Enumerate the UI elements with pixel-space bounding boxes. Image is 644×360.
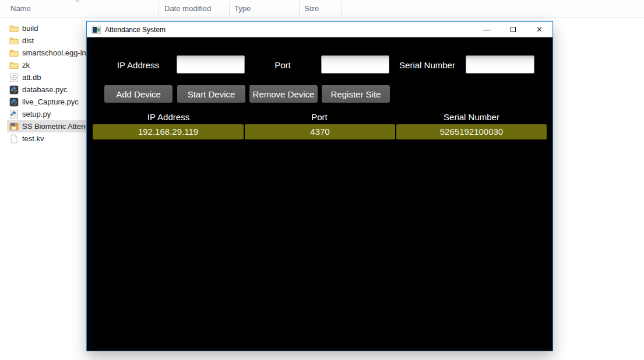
start-device-button[interactable]: Start Device — [177, 85, 245, 103]
file-name: test.kv — [22, 134, 44, 143]
file-name: att.db — [22, 73, 41, 82]
register-site-button[interactable]: Register Site — [322, 85, 390, 103]
file-name: live_Capture.pyc — [22, 97, 79, 106]
maximize-button[interactable] — [500, 22, 526, 37]
file-name: smartschool.egg-info — [22, 48, 93, 57]
column-type[interactable]: Type — [234, 4, 251, 13]
titlebar[interactable]: Attendance System — ✕ — [87, 22, 552, 37]
port-label: Port — [248, 60, 318, 71]
python-file-icon — [9, 110, 19, 119]
close-button[interactable]: ✕ — [526, 22, 552, 37]
database-file-icon — [9, 73, 19, 82]
file-name: setup.py — [22, 110, 51, 118]
python-compiled-file-icon — [9, 97, 19, 107]
file-name: zk — [22, 61, 30, 69]
column-date-modified[interactable]: Date modified — [164, 4, 211, 13]
table-header-serial-number: Serial Number — [396, 111, 547, 123]
window-controls: — ✕ — [474, 22, 552, 37]
folder-icon — [9, 36, 19, 46]
file-name: database.pyc — [22, 85, 67, 94]
application-icon — [9, 122, 19, 131]
folder-icon — [9, 48, 19, 58]
column-separator[interactable] — [159, 2, 159, 16]
column-name[interactable]: Name — [10, 4, 31, 13]
ip-address-input[interactable] — [177, 55, 245, 74]
window-client-area: IP Address Port Serial Number Add Device… — [87, 37, 552, 351]
explorer-column-header: ^ Name Date modified Type Size — [0, 0, 644, 18]
device-row-ip-cell[interactable]: 192.168.29.119 — [93, 124, 244, 139]
window-title: Attendance System — [105, 26, 166, 34]
ip-address-label: IP Address — [103, 60, 173, 71]
device-row-serial-cell[interactable]: 5265192100030 — [396, 124, 547, 139]
column-separator[interactable] — [229, 2, 230, 16]
file-name: dist — [22, 36, 34, 45]
attendance-system-window: Attendance System — ✕ IP Address Port Se… — [86, 21, 553, 351]
table-header-ip-address: IP Address — [93, 111, 244, 123]
python-compiled-file-icon — [9, 85, 19, 95]
generic-file-icon — [9, 134, 19, 144]
remove-device-button[interactable]: Remove Device — [249, 85, 318, 103]
port-input[interactable] — [321, 55, 389, 74]
column-separator[interactable] — [299, 2, 300, 16]
list-item-ss-biometric-attendance[interactable]: SS Biometric Attendance — [7, 120, 86, 132]
sort-ascending-icon[interactable]: ^ — [76, 0, 79, 5]
device-row-port-cell[interactable]: 4370 — [245, 124, 395, 139]
column-size[interactable]: Size — [304, 4, 319, 13]
table-header-port: Port — [244, 111, 395, 123]
desktop: ^ Name Date modified Type Size build dis — [0, 0, 644, 360]
serial-number-label: Serial Number — [392, 60, 462, 71]
app-window-icon — [92, 26, 101, 34]
column-separator[interactable] — [341, 2, 342, 16]
serial-number-input[interactable] — [466, 55, 534, 74]
folder-icon — [9, 24, 19, 33]
folder-icon — [9, 61, 19, 70]
file-name: build — [22, 24, 38, 33]
minimize-button[interactable]: — — [474, 22, 500, 37]
add-device-button[interactable]: Add Device — [104, 85, 173, 103]
